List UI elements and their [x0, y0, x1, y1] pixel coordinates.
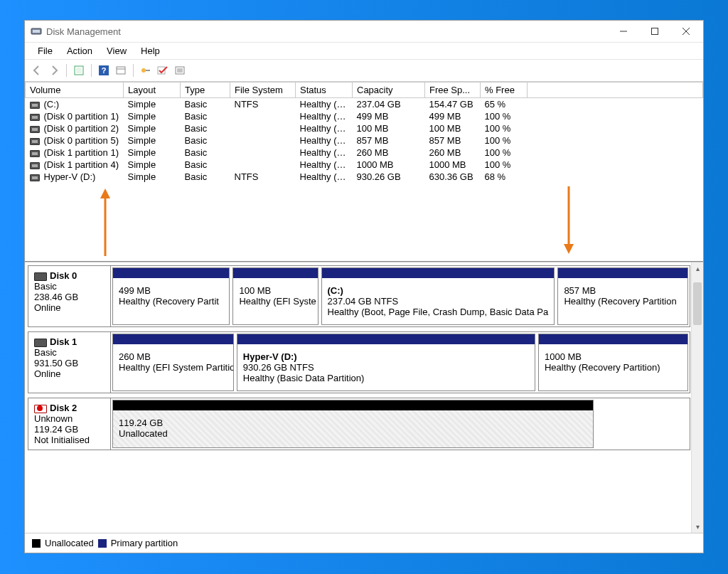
partition[interactable]: Hyper-V (D:)930.26 GB NTFSHealthy (Basic… [237, 334, 535, 391]
disk-icon [34, 272, 47, 281]
legend-bar: Unallocated Primary partition [25, 533, 703, 553]
check-button[interactable] [155, 63, 171, 78]
vertical-scrollbar[interactable]: ▴ ▾ [691, 262, 703, 533]
volume-icon [30, 114, 40, 121]
disk-management-window: Disk Management File Action View Help ? [24, 20, 704, 553]
action-button[interactable] [138, 63, 154, 78]
legend-primary-swatch [98, 539, 107, 548]
svg-rect-1 [33, 30, 40, 33]
disk-graphical-pane: Disk 0Basic238.46 GBOnline499 MBHealthy … [25, 262, 703, 533]
volume-icon [30, 150, 40, 157]
partition[interactable]: (C:)237.04 GB NTFSHealthy (Boot, Page Fi… [321, 267, 555, 325]
disk-label[interactable]: Disk 1Basic931.50 GBOnline [28, 332, 111, 393]
refresh-button[interactable] [71, 63, 87, 78]
col-volume[interactable]: Volume [26, 83, 124, 98]
volume-icon [30, 126, 40, 133]
menu-file[interactable]: File [31, 43, 60, 59]
maximize-button[interactable] [639, 21, 670, 42]
annotation-arrow-down [564, 183, 574, 256]
disk-icon [34, 405, 47, 413]
col-type[interactable]: Type [181, 83, 230, 98]
svg-rect-10 [117, 67, 125, 74]
legend-unallocated-label: Unallocated [45, 538, 94, 548]
volume-row[interactable]: (Disk 1 partition 1)SimpleBasicHealthy (… [26, 147, 703, 159]
col-spacer [528, 83, 703, 98]
disk-row: Disk 0Basic238.46 GBOnline499 MBHealthy … [28, 265, 690, 327]
menu-help[interactable]: Help [134, 43, 167, 59]
partition[interactable]: 100 MBHealthy (EFI Syste [232, 267, 318, 325]
list-button[interactable] [172, 63, 188, 78]
disk-icon [34, 339, 47, 347]
volume-icon [30, 174, 40, 181]
minimize-button[interactable] [608, 21, 639, 42]
window-title: Disk Management [46, 26, 121, 37]
col-pct[interactable]: % Free [481, 83, 528, 98]
titlebar[interactable]: Disk Management [25, 21, 703, 42]
legend-primary-label: Primary partition [111, 538, 178, 548]
annotation-arrow-up [100, 188, 110, 262]
disk-label[interactable]: Disk 0Basic238.46 GBOnline [28, 266, 111, 326]
toolbar: ? [25, 60, 703, 82]
volume-icon [30, 138, 40, 145]
scroll-up-icon[interactable]: ▴ [692, 262, 703, 275]
col-fs[interactable]: File System [230, 83, 296, 98]
scroll-down-icon[interactable]: ▾ [692, 521, 703, 533]
app-icon [31, 26, 42, 37]
volume-icon [30, 162, 40, 169]
col-status[interactable]: Status [296, 83, 353, 98]
svg-rect-7 [76, 68, 82, 73]
partition[interactable]: 260 MBHealthy (EFI System Partitio [112, 334, 234, 391]
volume-row[interactable]: (Disk 0 partition 1)SimpleBasicHealthy (… [26, 110, 703, 122]
scrollbar-thumb[interactable] [693, 282, 702, 325]
help-button[interactable]: ? [96, 63, 112, 78]
volume-row[interactable]: (Disk 0 partition 5)SimpleBasicHealthy (… [26, 134, 703, 147]
disk-row: Disk 2Unknown119.24 GBNot Initialised119… [28, 398, 690, 450]
volume-table[interactable]: Volume Layout Type File System Status Ca… [25, 82, 703, 183]
settings-button[interactable] [113, 63, 129, 78]
col-layout[interactable]: Layout [124, 83, 181, 98]
partition[interactable]: 857 MBHealthy (Recovery Partition [557, 267, 688, 325]
col-free[interactable]: Free Sp... [425, 83, 481, 98]
menubar: File Action View Help [25, 42, 703, 60]
volume-row[interactable]: (Disk 1 partition 4)SimpleBasicHealthy (… [26, 159, 703, 171]
disk-row: Disk 1Basic931.50 GBOnline260 MBHealthy … [28, 331, 690, 393]
volume-row[interactable]: Hyper-V (D:)SimpleBasicNTFSHealthy (B...… [26, 171, 703, 183]
volume-row[interactable]: (Disk 0 partition 2)SimpleBasicHealthy (… [26, 122, 703, 134]
svg-point-12 [141, 68, 146, 73]
forward-button[interactable] [46, 63, 62, 78]
volume-list-pane: Volume Layout Type File System Status Ca… [25, 82, 703, 262]
unallocated-partition[interactable]: 119.24 GBUnallocated [112, 400, 594, 448]
svg-marker-21 [564, 244, 574, 254]
partition[interactable]: 1000 MBHealthy (Recovery Partition) [538, 334, 688, 391]
partition[interactable]: 499 MBHealthy (Recovery Partit [112, 267, 230, 325]
menu-action[interactable]: Action [60, 43, 100, 59]
volume-row[interactable]: (C:)SimpleBasicNTFSHealthy (B...237.04 G… [26, 98, 703, 111]
legend-unallocated-swatch [32, 539, 41, 548]
disk-label[interactable]: Disk 2Unknown119.24 GBNot Initialised [28, 398, 111, 450]
volume-icon [30, 102, 40, 109]
col-capacity[interactable]: Capacity [353, 83, 425, 98]
svg-rect-3 [652, 28, 658, 35]
menu-view[interactable]: View [100, 43, 134, 59]
svg-marker-19 [100, 188, 110, 198]
close-button[interactable] [670, 21, 702, 42]
back-button[interactable] [29, 63, 45, 78]
svg-text:?: ? [102, 66, 107, 75]
